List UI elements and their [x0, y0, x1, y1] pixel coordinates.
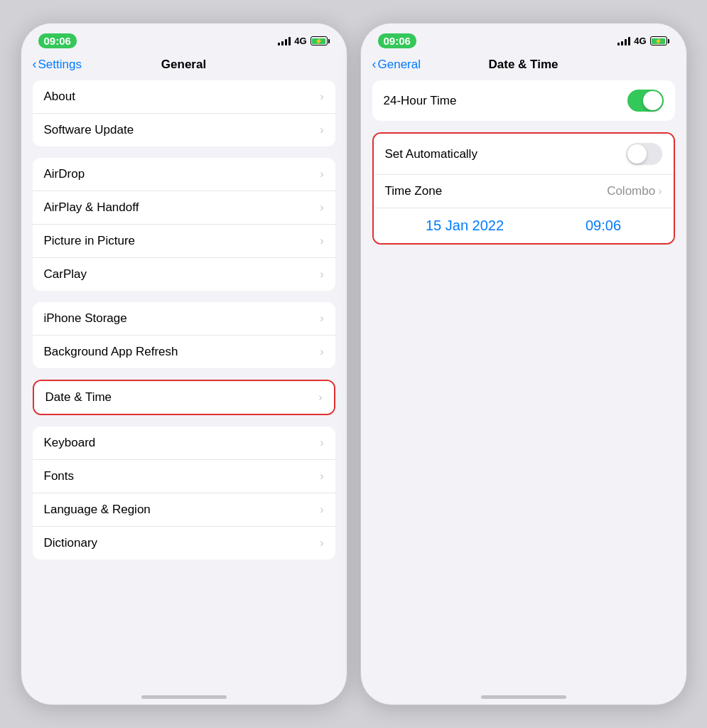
- software-update-right: ›: [320, 124, 323, 136]
- signal-bar-2-3: [625, 39, 627, 46]
- fonts-chevron: ›: [320, 470, 323, 483]
- row-carplay[interactable]: CarPlay ›: [33, 258, 335, 291]
- back-button-1[interactable]: ‹ Settings: [33, 57, 82, 72]
- lte-label-1: 4G: [294, 36, 306, 46]
- battery-body-1: ⚡: [311, 36, 328, 46]
- battery-icon-2: ⚡: [650, 36, 669, 46]
- battery-body-2: ⚡: [650, 36, 667, 46]
- keyboard-label: Keyboard: [44, 436, 96, 450]
- phone-general: 09:06 4G ⚡: [21, 23, 347, 705]
- row-date-time[interactable]: Date & Time ›: [34, 381, 334, 414]
- phones-container: 09:06 4G ⚡: [21, 23, 687, 705]
- section-connectivity: AirDrop › AirPlay & Handoff › Picture in…: [33, 158, 335, 291]
- date-time-label: Date & Time: [45, 390, 112, 405]
- row-airplay-handoff[interactable]: AirPlay & Handoff ›: [33, 191, 335, 225]
- date-time-chevron: ›: [318, 391, 322, 404]
- dictionary-chevron: ›: [320, 537, 323, 550]
- battery-tip-2: [668, 39, 669, 43]
- time-zone-chevron: ›: [658, 185, 662, 198]
- language-region-label: Language & Region: [44, 503, 151, 517]
- section-date-time: Date & Time ›: [33, 380, 335, 415]
- date-time-right: ›: [318, 391, 322, 404]
- row-language-region[interactable]: Language & Region ›: [33, 493, 335, 527]
- picture-in-picture-right: ›: [320, 235, 323, 247]
- signal-bar-2-1: [617, 43, 620, 46]
- back-label-1: Settings: [38, 58, 82, 72]
- row-time-zone[interactable]: Time Zone Colombo ›: [374, 175, 674, 208]
- background-app-refresh-chevron: ›: [320, 346, 323, 358]
- signal-bar-4: [288, 37, 291, 46]
- status-icons-1: 4G ⚡: [278, 36, 329, 46]
- set-automatically-label: Set Automatically: [385, 147, 477, 161]
- battery-icon-1: ⚡: [311, 36, 330, 46]
- section-24hour: 24-Hour Time: [372, 80, 675, 121]
- 24hour-toggle[interactable]: [627, 90, 664, 112]
- row-dictionary[interactable]: Dictionary ›: [33, 527, 335, 560]
- nav-bar-2: ‹ General Date & Time: [361, 54, 686, 80]
- battery-tip-1: [328, 39, 330, 43]
- language-region-right: ›: [320, 503, 323, 516]
- row-about[interactable]: About ›: [33, 80, 335, 114]
- status-icons-2: 4G ⚡: [617, 36, 669, 46]
- row-date-time-picker: 15 Jan 2022 09:06: [374, 208, 674, 243]
- signal-bar-2: [281, 41, 284, 46]
- section-storage: iPhone Storage › Background App Refresh …: [33, 302, 335, 368]
- iphone-storage-right: ›: [320, 312, 323, 325]
- time-zone-label: Time Zone: [385, 184, 443, 198]
- about-chevron: ›: [320, 90, 323, 103]
- about-right: ›: [320, 90, 323, 103]
- carplay-label: CarPlay: [44, 267, 87, 282]
- keyboard-right: ›: [320, 437, 323, 449]
- status-bar-2: 09:06 4G ⚡: [361, 23, 686, 54]
- status-time-1: 09:06: [38, 33, 77, 48]
- signal-bar-1: [278, 43, 280, 46]
- airplay-handoff-chevron: ›: [320, 201, 323, 214]
- software-update-label: Software Update: [44, 123, 134, 137]
- row-iphone-storage[interactable]: iPhone Storage ›: [33, 302, 335, 336]
- time-picker-value[interactable]: 09:06: [585, 218, 621, 234]
- iphone-storage-label: iPhone Storage: [44, 311, 127, 326]
- 24hour-label: 24-Hour Time: [384, 94, 457, 108]
- row-set-automatically: Set Automatically: [374, 134, 674, 175]
- section-input: Keyboard › Fonts › Language & Region ›: [33, 427, 335, 560]
- date-picker-value[interactable]: 15 Jan 2022: [426, 218, 504, 234]
- section-auto-time: Set Automatically Time Zone Colombo › 15…: [372, 132, 675, 245]
- picture-in-picture-label: Picture in Picture: [44, 234, 136, 248]
- airplay-handoff-label: AirPlay & Handoff: [44, 200, 139, 215]
- signal-bar-2-2: [621, 41, 623, 46]
- software-update-chevron: ›: [320, 124, 323, 136]
- signal-bar-2-4: [628, 37, 630, 46]
- about-label: About: [44, 90, 75, 104]
- airdrop-chevron: ›: [320, 168, 323, 181]
- signal-bars-1: [278, 37, 291, 46]
- toggle-thumb-auto: [627, 144, 647, 164]
- row-keyboard[interactable]: Keyboard ›: [33, 427, 335, 460]
- row-airdrop[interactable]: AirDrop ›: [33, 158, 335, 191]
- row-24hour: 24-Hour Time: [372, 80, 675, 121]
- row-picture-in-picture[interactable]: Picture in Picture ›: [33, 225, 335, 258]
- signal-bar-3: [285, 39, 287, 46]
- background-app-refresh-right: ›: [320, 346, 323, 358]
- chevron-left-icon-2: ‹: [372, 57, 377, 72]
- page-title-2: Date & Time: [489, 58, 558, 72]
- bolt-icon-2: ⚡: [654, 38, 662, 45]
- airplay-handoff-right: ›: [320, 201, 323, 214]
- dictionary-label: Dictionary: [44, 536, 98, 550]
- airdrop-right: ›: [320, 168, 323, 181]
- lte-label-2: 4G: [634, 36, 646, 46]
- back-label-2: General: [378, 58, 421, 72]
- row-software-update[interactable]: Software Update ›: [33, 114, 335, 146]
- dictionary-right: ›: [320, 537, 323, 550]
- language-region-chevron: ›: [320, 503, 323, 516]
- fonts-label: Fonts: [44, 469, 75, 483]
- section-about: About › Software Update ›: [33, 80, 335, 146]
- nav-bar-1: ‹ Settings General: [21, 54, 347, 80]
- fonts-right: ›: [320, 470, 323, 483]
- row-background-app-refresh[interactable]: Background App Refresh ›: [33, 336, 335, 368]
- home-indicator-2: [481, 695, 566, 699]
- row-fonts[interactable]: Fonts ›: [33, 460, 335, 493]
- back-button-2[interactable]: ‹ General: [372, 57, 421, 72]
- set-automatically-toggle[interactable]: [626, 143, 662, 165]
- keyboard-chevron: ›: [320, 437, 323, 449]
- status-time-2: 09:06: [378, 33, 416, 48]
